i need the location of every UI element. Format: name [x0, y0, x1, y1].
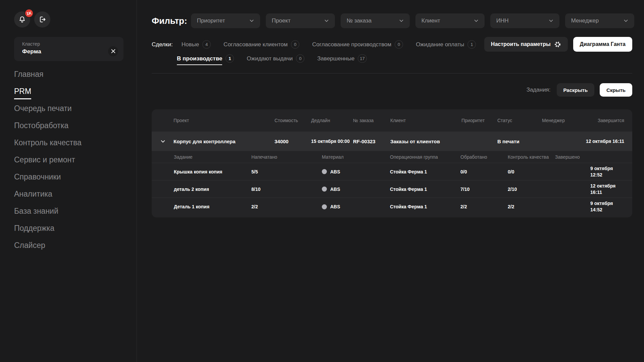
- task-printed: 5/5: [251, 169, 322, 174]
- filter-dropdown-order-no[interactable]: № заказа: [341, 13, 410, 28]
- project-name: Корпус для контроллера: [174, 139, 275, 144]
- cluster-card: Кластер Ферма: [14, 37, 123, 61]
- filter-dropdown-inn[interactable]: ИНН: [490, 13, 559, 28]
- sidebar: 1K Кластер Ферма Главная: [0, 0, 137, 362]
- logout-icon: [38, 15, 46, 23]
- task-processed: 2/2: [460, 204, 508, 209]
- sidebar-item-slicer[interactable]: Слайсер: [0, 237, 137, 254]
- sidebar-item-glavnaya[interactable]: Главная: [0, 66, 137, 83]
- deals-label: Сделки:: [152, 41, 173, 48]
- filter-dropdown-manager[interactable]: Менеджер: [565, 13, 634, 28]
- sidebar-item-support[interactable]: Поддержка: [0, 220, 137, 237]
- notifications-button[interactable]: 1K: [14, 11, 30, 28]
- sidebar-top-icons: 1K: [14, 11, 50, 28]
- cluster-value: Ферма: [22, 48, 41, 55]
- tasks-actions-row: Задания: Раскрыть Скрыть: [527, 83, 632, 97]
- tasks-label: Задания:: [527, 87, 551, 93]
- subcol-op-group: Операционная группа: [390, 154, 460, 160]
- chevron-down-icon: [324, 18, 330, 24]
- project-client: Заказы от клиентов: [390, 139, 461, 144]
- col-deadline: Дедлайн: [311, 118, 353, 123]
- expand-row-chevron-icon[interactable]: [160, 138, 166, 145]
- tab-count: 1: [467, 40, 476, 49]
- tab-production-approval[interactable]: Согласование производством 0: [312, 40, 403, 49]
- col-project: Проект: [174, 118, 275, 123]
- chevron-down-icon: [623, 18, 629, 24]
- filter-row: Фильтр: Приоритет Проект № заказа Клиент…: [152, 13, 634, 28]
- tab-in-production[interactable]: В производстве 1: [177, 54, 234, 63]
- sidebar-item-quality-control[interactable]: Контроль качества: [0, 134, 137, 151]
- task-name: Крышка копия копия: [174, 169, 251, 174]
- collapse-tasks-button[interactable]: Скрыть: [600, 83, 632, 97]
- material-dot: [322, 169, 327, 174]
- subcol-printed: Напечатано: [251, 154, 322, 160]
- tab-count: 0: [395, 40, 403, 49]
- chevron-down-icon: [473, 18, 479, 24]
- sidebar-item-analytics[interactable]: Аналитика: [0, 186, 137, 203]
- tab-awaiting-payment[interactable]: Ожидание оплаты 1: [416, 40, 476, 49]
- configure-params-button[interactable]: Настроить параметры: [484, 37, 568, 52]
- task-quality: 2/10: [508, 187, 555, 192]
- tab-count: 1: [226, 54, 234, 63]
- deals-table-card: Проект Стоимость Дедлайн № заказа Клиент…: [152, 109, 632, 217]
- filter-dropdown-priority[interactable]: Приоритет: [191, 13, 260, 28]
- task-processed: 0/0: [460, 169, 508, 174]
- close-icon: [111, 49, 115, 53]
- tab-client-approval[interactable]: Согласование клиентом 0: [224, 40, 299, 49]
- subcol-task: Задание: [174, 154, 251, 160]
- col-finish: Завершится: [577, 118, 624, 123]
- task-row[interactable]: деталь 2 копия 8/10 ABS Стойка Ферма 1 7…: [152, 180, 632, 198]
- top-buttons: Настроить параметры Диаграмма Ганта: [484, 37, 632, 52]
- tab-new[interactable]: Новые 4: [182, 40, 211, 49]
- task-printed: 8/10: [251, 187, 322, 192]
- material-dot: [322, 187, 327, 192]
- tab-count: 0: [296, 54, 304, 63]
- sidebar-item-print-queue[interactable]: Очередь печати: [0, 100, 137, 117]
- sidebar-item-postprocessing[interactable]: Постобработка: [0, 117, 137, 134]
- task-row[interactable]: Деталь 1 копия 2/2 ABS Стойка Ферма 1 2/…: [152, 198, 632, 215]
- filter-dropdown-project[interactable]: Проект: [266, 13, 335, 28]
- section-divider: [152, 73, 632, 73]
- task-finished: 9 октября 14:52: [555, 200, 624, 213]
- subtable-header-row: Задание Напечатано Материал Операционная…: [152, 151, 632, 163]
- bell-icon: [18, 15, 26, 23]
- task-material: ABS: [330, 204, 340, 209]
- filter-dropdown-client[interactable]: Клиент: [415, 13, 485, 28]
- task-row[interactable]: Крышка копия копия 5/5 ABS Стойка Ферма …: [152, 163, 632, 180]
- deals-row-1: Сделки: Новые 4 Согласование клиентом 0 …: [152, 40, 476, 49]
- chevron-down-icon: [398, 18, 404, 24]
- sidebar-item-service-repair[interactable]: Сервис и ремонт: [0, 151, 137, 168]
- tab-count: 17: [358, 54, 366, 63]
- subcol-quality: Контроль качества: [508, 154, 555, 160]
- project-order-no: RF-00323: [353, 139, 390, 144]
- sidebar-item-prm[interactable]: PRM: [0, 83, 137, 100]
- cluster-label: Кластер: [22, 41, 41, 47]
- filter-dropdowns: Приоритет Проект № заказа Клиент ИНН Мен…: [191, 13, 634, 28]
- task-group: Стойка Ферма 1: [390, 187, 460, 192]
- subcol-material: Материал: [322, 154, 390, 160]
- task-group: Стойка Ферма 1: [390, 204, 460, 209]
- sidebar-menu: Главная PRM Очередь печати Постобработка…: [0, 66, 137, 254]
- task-quality: 0/0: [508, 169, 555, 174]
- deals-tabs: Сделки: Новые 4 Согласование клиентом 0 …: [152, 40, 476, 63]
- col-cost: Стоимость: [275, 118, 311, 123]
- sidebar-item-directories[interactable]: Справочники: [0, 168, 137, 186]
- task-processed: 7/10: [460, 187, 508, 192]
- subcol-processed: Обработано: [460, 154, 508, 160]
- sidebar-item-knowledge-base[interactable]: База знаний: [0, 203, 137, 220]
- subcol-finished: Завершено: [555, 154, 624, 160]
- col-priority: Приоритет: [461, 118, 497, 123]
- expand-tasks-button[interactable]: Раскрыть: [557, 83, 595, 97]
- gear-icon: [554, 41, 561, 48]
- gantt-chart-button[interactable]: Диаграмма Ганта: [573, 37, 632, 52]
- project-status: В печати: [497, 139, 542, 144]
- col-order-no: № заказа: [353, 118, 390, 123]
- cluster-close-button[interactable]: [108, 46, 118, 56]
- chevron-down-icon: [548, 18, 554, 24]
- tab-completed[interactable]: Завершенные 17: [317, 54, 366, 63]
- project-row[interactable]: Корпус для контроллера 34000 15 октября …: [152, 132, 632, 151]
- logout-button[interactable]: [34, 11, 50, 28]
- filter-label: Фильтр:: [152, 16, 187, 26]
- task-material: ABS: [330, 169, 340, 174]
- tab-awaiting-pickup[interactable]: Ожидают выдачи 0: [247, 54, 304, 63]
